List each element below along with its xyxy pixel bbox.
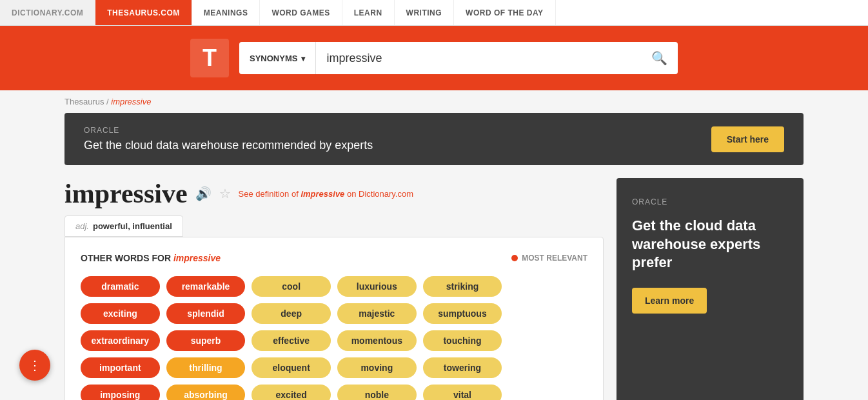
word-tag-excited[interactable]: excited <box>252 385 331 400</box>
sidebar-oracle-logo: ORACLE <box>632 197 788 206</box>
word-tag-noble[interactable]: noble <box>337 385 417 400</box>
synonyms-section-title: OTHER WORDS FOR impressive <box>81 253 221 263</box>
word-tag-thrilling[interactable]: thrilling <box>166 357 246 378</box>
word-tag-touching[interactable]: touching <box>423 330 502 351</box>
dict-link-text-prefix: See definition of <box>239 189 301 199</box>
word-tag-cool[interactable]: cool <box>252 276 331 297</box>
word-tag-vital[interactable]: vital <box>423 385 502 400</box>
words-grid: dramatic exciting extraordinary importan… <box>81 276 587 400</box>
synonyms-label: SYNONYMS <box>250 54 297 63</box>
word-tag-extraordinary[interactable]: extraordinary <box>81 330 160 351</box>
word-tag-exciting[interactable]: exciting <box>81 303 160 324</box>
sidebar-ad: ORACLE Get the cloud data warehouse expe… <box>616 178 804 400</box>
content-area: impressive 🔊 ☆ See definition of impress… <box>64 178 604 400</box>
nav-writing[interactable]: WRITING <box>395 0 455 25</box>
word-tag-superb[interactable]: superb <box>166 330 246 351</box>
breadcrumb: Thesaurus / impressive <box>0 90 868 113</box>
breadcrumb-current: impressive <box>111 97 151 106</box>
col-6 <box>508 276 587 400</box>
pos-label: adj. <box>75 221 89 231</box>
more-options-icon: ⋮ <box>28 357 41 373</box>
nav-meanings[interactable]: MEANINGS <box>192 0 261 25</box>
word-tag-important[interactable]: important <box>81 357 160 378</box>
ad-banner: ORACLE Get the cloud data warehouse reco… <box>64 113 804 165</box>
word-tag-sumptuous[interactable]: sumptuous <box>423 303 502 324</box>
synonyms-card: OTHER WORDS FOR impressive MOST RELEVANT… <box>64 237 604 400</box>
floating-action-button[interactable]: ⋮ <box>19 350 50 381</box>
most-relevant-label: MOST RELEVANT <box>511 254 587 263</box>
top-nav: DICTIONARY.COM THESAURUS.COM MEANINGS WO… <box>0 0 868 26</box>
word-title: impressive <box>64 178 188 209</box>
adj-tab[interactable]: adj. powerful, influential <box>64 215 183 237</box>
ad-content: ORACLE Get the cloud data warehouse reco… <box>84 126 373 152</box>
col-4: luxurious majestic momentous moving nobl… <box>337 276 417 400</box>
sidebar-ad-text: Get the cloud data warehouse experts pre… <box>632 217 788 272</box>
sidebar-learn-more-button[interactable]: Learn more <box>632 288 707 314</box>
ad-oracle-logo: ORACLE <box>84 126 373 135</box>
word-tag-momentous[interactable]: momentous <box>337 330 417 351</box>
col-3: cool deep effective eloquent excited <box>252 276 331 400</box>
synonyms-header: OTHER WORDS FOR impressive MOST RELEVANT <box>81 253 587 263</box>
word-tag-striking[interactable]: striking <box>423 276 502 297</box>
dict-link-word: impressive <box>301 189 344 199</box>
nav-dictionary[interactable]: DICTIONARY.COM <box>0 0 95 25</box>
site-logo: T <box>190 39 229 77</box>
word-tag-deep[interactable]: deep <box>252 303 331 324</box>
word-tag-towering[interactable]: towering <box>423 357 502 378</box>
word-tag-majestic[interactable]: majestic <box>337 303 417 324</box>
col-1: dramatic exciting extraordinary importan… <box>81 276 160 400</box>
search-input[interactable] <box>316 52 641 65</box>
word-tag-splendid[interactable]: splendid <box>166 303 246 324</box>
nav-learn[interactable]: LEARN <box>342 0 395 25</box>
favorite-icon[interactable]: ☆ <box>219 186 231 201</box>
ad-start-button[interactable]: Start here <box>711 126 784 152</box>
nav-word-of-the-day[interactable]: WORD OF THE DAY <box>454 0 555 25</box>
dict-link-text-suffix: on Dictionary.com <box>347 189 413 199</box>
breadcrumb-thesaurus[interactable]: Thesaurus <box>64 97 104 106</box>
nav-thesaurus[interactable]: THESAURUS.COM <box>95 0 192 25</box>
word-tag-imposing[interactable]: imposing <box>81 385 160 400</box>
audio-icon[interactable]: 🔊 <box>195 186 212 201</box>
relevance-dot <box>511 255 518 261</box>
word-tag-remarkable[interactable]: remarkable <box>166 276 246 297</box>
nav-word-games[interactable]: WORD GAMES <box>260 0 342 25</box>
header: T SYNONYMS 🔍 <box>0 26 868 90</box>
word-tag-effective[interactable]: effective <box>252 330 331 351</box>
word-tag-moving[interactable]: moving <box>337 357 417 378</box>
col-5: striking sumptuous touching towering vit… <box>423 276 502 400</box>
chevron-down-icon <box>301 54 305 63</box>
search-container: SYNONYMS 🔍 <box>239 42 678 74</box>
tab-meaning: powerful, influential <box>93 221 172 231</box>
search-icon: 🔍 <box>651 50 667 66</box>
col-2: remarkable splendid superb thrilling abs… <box>166 276 246 400</box>
word-heading: impressive 🔊 ☆ See definition of impress… <box>64 178 604 209</box>
word-tag-absorbing[interactable]: absorbing <box>166 385 246 400</box>
ad-text: Get the cloud data warehouse recommended… <box>84 139 373 152</box>
synonyms-dropdown[interactable]: SYNONYMS <box>239 42 316 74</box>
main-content: impressive 🔊 ☆ See definition of impress… <box>0 178 868 400</box>
word-tag-eloquent[interactable]: eloquent <box>252 357 331 378</box>
word-tag-luxurious[interactable]: luxurious <box>337 276 417 297</box>
search-button[interactable]: 🔍 <box>641 42 678 74</box>
dictionary-link[interactable]: See definition of impressive on Dictiona… <box>239 189 414 199</box>
word-tag-dramatic[interactable]: dramatic <box>81 276 160 297</box>
